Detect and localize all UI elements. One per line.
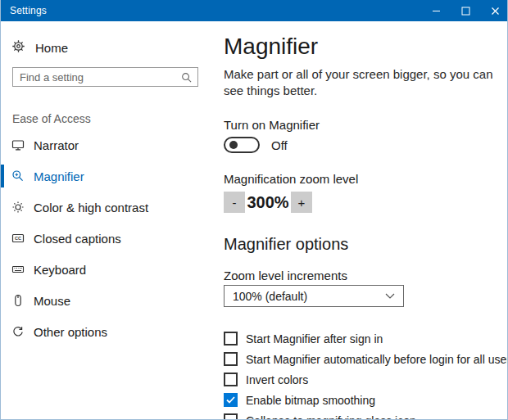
main-content: Magnifier Make part or all of your scree… <box>224 21 506 420</box>
check-row-invert-colors: Invert colors <box>224 369 506 390</box>
sidebar-item-narrator[interactable]: Narrator <box>1 129 214 160</box>
check-row-start-before-login: Start Magnifier automatically before log… <box>224 349 506 369</box>
zoom-increase-button[interactable]: + <box>291 192 312 213</box>
magnifier-options-heading: Magnifier options <box>224 233 506 255</box>
sidebar-item-home[interactable]: Home <box>11 37 68 58</box>
maximize-icon <box>461 7 470 16</box>
selection-indicator <box>1 289 4 312</box>
narrator-icon <box>11 138 25 151</box>
checkbox-bitmap-smoothing[interactable] <box>224 393 238 407</box>
sidebar-item-magnifier[interactable]: Magnifier <box>1 160 214 192</box>
check-row-start-after-signin: Start Magnifier after sign in <box>224 328 506 349</box>
minimize-button[interactable] <box>421 0 451 21</box>
checkbox-label: Start Magnifier after sign in <box>246 332 383 345</box>
mouse-icon <box>11 294 25 307</box>
maximize-button[interactable] <box>451 0 480 21</box>
sidebar-item-label: Narrator <box>34 138 79 152</box>
selection-indicator <box>1 196 4 219</box>
svg-text:CC: CC <box>15 236 21 241</box>
checkbox-invert-colors[interactable] <box>224 373 238 386</box>
checkmark-icon <box>226 396 235 404</box>
zoom-increments-label: Zoom level increments <box>224 268 506 284</box>
sidebar: Home Ease of Access Narrator <box>1 21 214 420</box>
toggle-state-label: Off <box>271 138 288 152</box>
sidebar-item-label: Magnifier <box>34 169 84 183</box>
window-title: Settings <box>0 5 47 16</box>
settings-window: Settings Home <box>0 0 508 420</box>
magnifier-options-checkboxes: Start Magnifier after sign in Start Magn… <box>224 328 506 420</box>
sidebar-item-keyboard[interactable]: Keyboard <box>1 254 214 285</box>
search-input[interactable] <box>13 71 181 84</box>
checkbox-label: Enable bitmap smoothing <box>246 394 375 407</box>
page-description: Make part or all of your screen bigger, … <box>224 66 508 99</box>
sidebar-item-closed-captions[interactable]: CC Closed captions <box>1 223 214 254</box>
selection-indicator <box>1 165 4 187</box>
sidebar-home-label: Home <box>35 41 68 55</box>
selection-indicator <box>1 320 4 343</box>
sidebar-item-label: Closed captions <box>34 232 121 246</box>
sidebar-section-label: Ease of Access <box>12 112 91 125</box>
sidebar-item-label: Keyboard <box>34 263 86 277</box>
checkbox-collapse-glass[interactable] <box>224 413 238 420</box>
gear-icon <box>11 39 25 56</box>
sidebar-item-label: Mouse <box>34 294 70 308</box>
sidebar-item-other-options[interactable]: Other options <box>1 316 214 347</box>
check-row-bitmap-smoothing: Enable bitmap smoothing <box>224 390 506 410</box>
zoom-level-value: 300% <box>245 193 291 212</box>
toggle-knob <box>229 141 238 149</box>
chevron-down-icon <box>385 293 403 299</box>
turn-on-magnifier-label: Turn on Magnifier <box>224 117 506 133</box>
closed-captions-icon: CC <box>11 232 25 245</box>
zoom-decrease-button[interactable]: - <box>224 192 245 213</box>
sidebar-nav: Narrator Magnifier <box>1 129 214 347</box>
magnifier-icon <box>11 169 25 183</box>
checkbox-start-after-signin[interactable] <box>224 332 238 345</box>
dropdown-selected-value: 100% (default) <box>225 290 385 303</box>
checkbox-label: Start Magnifier automatically before log… <box>246 353 508 366</box>
search-box[interactable] <box>12 67 198 87</box>
checkbox-label: Collapse to magnifying glass icon <box>246 414 416 420</box>
check-row-collapse-glass: Collapse to magnifying glass icon <box>224 410 506 420</box>
window-controls <box>421 0 508 21</box>
sidebar-item-mouse[interactable]: Mouse <box>1 285 214 316</box>
minimize-icon <box>432 7 441 16</box>
other-options-icon <box>11 325 25 338</box>
selection-indicator <box>1 227 4 250</box>
selection-indicator <box>1 258 4 281</box>
search-icon[interactable] <box>181 72 197 83</box>
close-icon <box>491 7 500 16</box>
zoom-increments-dropdown[interactable]: 100% (default) <box>224 285 404 307</box>
sidebar-item-label: Color & high contrast <box>34 201 148 215</box>
contrast-icon <box>11 201 25 214</box>
page-title: Magnifier <box>224 33 506 61</box>
checkbox-label: Invert colors <box>246 373 308 386</box>
turn-on-magnifier-row: Off <box>224 137 506 153</box>
sidebar-item-label: Other options <box>34 325 107 339</box>
keyboard-icon <box>11 263 25 276</box>
sidebar-item-color-high-contrast[interactable]: Color & high contrast <box>1 192 214 223</box>
selection-indicator <box>1 133 4 156</box>
zoom-level-label: Magnification zoom level <box>224 171 506 187</box>
magnifier-toggle[interactable] <box>224 137 260 153</box>
close-button[interactable] <box>480 0 508 21</box>
checkbox-start-before-login[interactable] <box>224 352 238 366</box>
zoom-level-stepper: - 300% + <box>224 192 506 213</box>
titlebar: Settings <box>0 0 508 21</box>
